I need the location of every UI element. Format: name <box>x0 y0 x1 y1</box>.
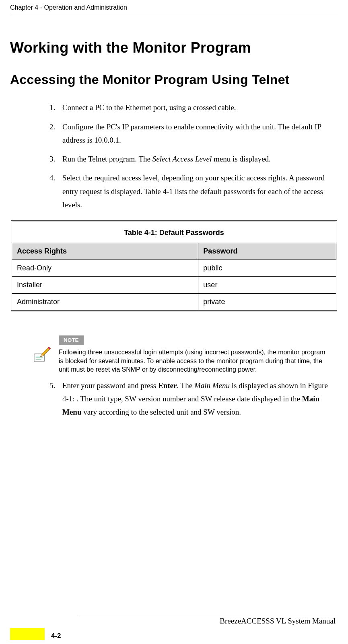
table-cell: Installer <box>12 277 198 294</box>
italic-text: Select Access Level <box>152 155 212 163</box>
table-cell: private <box>198 294 337 311</box>
chapter-header: Chapter 4 - Operation and Administration <box>10 4 338 13</box>
list-text: . The <box>177 381 194 390</box>
section-title-h2: Accessing the Monitor Program Using Teln… <box>10 70 338 89</box>
ordered-list-steps: 1. Connect a PC to the Ethernet port, us… <box>10 101 338 211</box>
table-row: Administrator private <box>12 294 337 311</box>
list-text: Enter your password and press <box>62 381 158 390</box>
table-caption: Table 4-1: Default Passwords <box>11 220 337 242</box>
table-header-cell: Access Rights <box>12 243 198 260</box>
passwords-table: Table 4-1: Default Passwords Access Righ… <box>11 220 337 311</box>
page-footer: BreezeACCESSS VL System Manual 4-2 <box>10 614 338 640</box>
list-number: 5. <box>49 379 55 392</box>
table-cell: Read-Only <box>12 260 198 277</box>
table-cell: public <box>198 260 337 277</box>
list-item: 2. Configure the PC's IP parameters to e… <box>62 120 332 147</box>
bold-text: Enter <box>158 381 177 390</box>
ordered-list-steps-cont: 5. Enter your password and press Enter. … <box>10 379 338 419</box>
yellow-highlight-strip <box>10 628 45 640</box>
note-tag: NOTE <box>59 335 84 345</box>
list-item: 1. Connect a PC to the Ethernet port, us… <box>62 101 332 114</box>
list-item: 3. Run the Telnet program. The Select Ac… <box>62 152 332 166</box>
page-number: 4-2 <box>51 632 61 640</box>
list-text: menu is displayed. <box>212 155 271 163</box>
list-item: 5. Enter your password and press Enter. … <box>62 379 332 419</box>
note-pencil-icon <box>33 345 51 364</box>
italic-text: Main Menu <box>194 381 230 390</box>
table-row: Read-Only public <box>12 260 337 277</box>
list-text: Run the Telnet program. The <box>62 155 152 163</box>
list-text: vary according to the selected unit and … <box>82 408 241 416</box>
table-cell: Administrator <box>12 294 198 311</box>
footer-manual-title: BreezeACCESSS VL System Manual <box>10 617 338 626</box>
list-text: Configure the PC's IP parameters to enab… <box>62 123 321 144</box>
list-number: 2. <box>49 120 55 133</box>
note-block: NOTE Following three unsuccessful login … <box>33 335 332 374</box>
list-item: 4. Select the required access level, dep… <box>62 171 332 211</box>
table-cell: user <box>198 277 337 294</box>
list-number: 4. <box>49 171 55 184</box>
note-text: Following three unsuccessful login attem… <box>59 348 332 374</box>
table-row: Installer user <box>12 277 337 294</box>
page-title-h1: Working with the Monitor Program <box>10 39 338 56</box>
list-number: 3. <box>49 152 55 166</box>
list-text: Select the required access level, depend… <box>62 174 325 209</box>
list-number: 1. <box>49 101 55 114</box>
list-text: Connect a PC to the Ethernet port, using… <box>62 103 236 112</box>
table-header-cell: Password <box>198 243 337 260</box>
